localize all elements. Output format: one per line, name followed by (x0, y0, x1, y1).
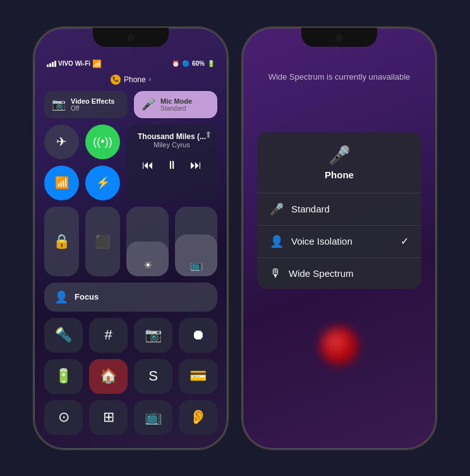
accessibility-button[interactable]: ⊙ (44, 400, 83, 435)
screen-lock-button[interactable]: 🔒 (44, 207, 79, 276)
mic-menu-mic-icon: 🎤 (328, 145, 351, 166)
camera-button[interactable]: 📷 (134, 318, 172, 353)
battery-area: ⏰ 🔵 60% 🔋 (172, 60, 215, 67)
phone-dot: 📞 (111, 75, 121, 85)
flashlight-button[interactable]: 🔦 (44, 318, 83, 353)
qr-code-button[interactable]: ⊞ (89, 400, 128, 435)
unavailable-text: Wide Spectrum is currently unavailable (268, 72, 411, 82)
status-bar-1: VIVO Wi-Fi 📶 ⏰ 🔵 60% 🔋 (44, 59, 217, 68)
video-effects-label: Video Effects (71, 97, 115, 105)
camera-icon: 📷 (145, 327, 162, 343)
media-title: Thousand Miles (... (134, 132, 210, 141)
wallet-icon: 💳 (190, 368, 207, 384)
flashlight-icon: 🔦 (55, 327, 72, 343)
qr-icon: ⊞ (103, 409, 114, 425)
voice-isolation-label: Voice Isolation (291, 236, 393, 247)
cellular-icon: ((•)) (93, 135, 112, 149)
bluetooth-icon: ⚡ (96, 176, 110, 190)
focus-label: Focus (75, 292, 99, 302)
standard-label: Standard (291, 204, 409, 214)
wide-spectrum-label: Wide Spectrum (289, 268, 409, 279)
phone-label: Phone (124, 75, 146, 84)
recording-indicator (320, 327, 358, 365)
battery-label: 60% (192, 60, 205, 67)
carrier-label: VIVO Wi-Fi (58, 60, 90, 67)
accessibility-icon: ⊙ (58, 409, 69, 425)
media-info: Thousand Miles (... Miley Cyrus (134, 132, 210, 149)
carrier-signal: VIVO Wi-Fi 📶 (47, 59, 102, 68)
location-icon: 🔵 (182, 60, 190, 67)
sliders-area: 🔒 ⬛ ☀ 📺 (44, 207, 217, 276)
mic-mode-label: Mic Mode (160, 97, 192, 105)
video-effects-sublabel: Off (71, 105, 115, 112)
shazam-button[interactable]: S (134, 359, 172, 394)
remote-icon: 📺 (145, 409, 162, 425)
next-track-button[interactable]: ⏭ (190, 159, 202, 172)
mic-mode-menu: 🎤 Phone 🎤 Standard 👤 Voice Isolation ✓ 🎙… (257, 132, 421, 289)
wifi-button[interactable]: 📶 (44, 166, 79, 200)
screen-record-button[interactable]: ⏺ (179, 318, 217, 353)
volume-slider[interactable]: 📺 (175, 207, 217, 276)
wifi-btn-icon: 📶 (55, 176, 69, 190)
media-controls: ⏮ ⏸ ⏭ (142, 159, 202, 172)
wide-spectrum-icon: 🎙 (270, 267, 281, 280)
airplane-mode-button[interactable]: ✈ (44, 125, 79, 159)
home-button[interactable]: 🏠 (89, 359, 128, 394)
low-battery-icon: 🔋 (55, 368, 72, 384)
prev-track-button[interactable]: ⏮ (142, 159, 154, 172)
effects-row: 📷 Video Effects Off 🎤 Mic Mode Standard (44, 91, 217, 118)
remote-button[interactable]: 📺 (134, 400, 172, 435)
focus-button[interactable]: 👤 Focus (44, 283, 217, 312)
checkmark-icon: ✓ (401, 235, 409, 247)
mic-option-standard[interactable]: 🎤 Standard (257, 193, 421, 226)
mic-option-voice-isolation[interactable]: 👤 Voice Isolation ✓ (257, 226, 421, 258)
bluetooth-button[interactable]: ⚡ (85, 166, 120, 200)
media-player: ⬆ Thousand Miles (... Miley Cyrus ⏮ ⏸ ⏭ (126, 125, 217, 200)
mic-menu-header: 🎤 Phone (257, 132, 421, 193)
voice-isolation-icon: 👤 (270, 235, 284, 248)
phone-chevron: › (149, 76, 151, 83)
apple-tv-icon: 📺 (190, 259, 203, 271)
hearing-button[interactable]: 👂 (179, 400, 217, 435)
airplane-icon: ✈ (56, 134, 67, 149)
bottom-grid: 🔦 # 📷 ⏺ 🔋 🏠 S 💳 ⊙ (44, 318, 217, 435)
lock-icon: 🔒 (53, 233, 70, 250)
calculator-icon: # (104, 327, 112, 343)
airplay-icon[interactable]: ⬆ (205, 130, 212, 140)
mic-mode-button[interactable]: 🎤 Mic Mode Standard (134, 91, 217, 118)
phone-indicator[interactable]: 📞 Phone › (44, 75, 217, 85)
brightness-icon: ☀ (143, 259, 152, 271)
video-effects-button[interactable]: 📷 Video Effects Off (44, 91, 128, 118)
mic-mode-icon: 🎤 (142, 97, 155, 111)
wifi-icon: 📶 (92, 59, 102, 68)
phone-2: Wide Spectrum is currently unavailable 🎤… (241, 27, 437, 450)
mic-menu-phone-label: Phone (325, 169, 354, 180)
phone2-screen: Wide Spectrum is currently unavailable 🎤… (243, 28, 436, 449)
mic-mode-sublabel: Standard (160, 105, 192, 112)
signal-bars (47, 61, 56, 67)
home-icon: 🏠 (100, 368, 117, 384)
screen-mirror-button[interactable]: ⬛ (85, 207, 120, 276)
brightness-slider[interactable]: ☀ (126, 207, 169, 276)
phone-1: VIVO Wi-Fi 📶 ⏰ 🔵 60% 🔋 📞 Phone › 📷 Video… (33, 27, 229, 450)
battery-icon: 🔋 (207, 60, 215, 67)
video-effects-icon: 📷 (52, 97, 66, 111)
cellular-button[interactable]: ((•)) (85, 125, 120, 159)
calculator-button[interactable]: # (89, 318, 128, 353)
focus-icon: 👤 (54, 290, 68, 304)
play-pause-button[interactable]: ⏸ (166, 159, 178, 172)
screen-mirror-icon: ⬛ (95, 234, 111, 249)
mic-option-wide-spectrum[interactable]: 🎙 Wide Spectrum (257, 258, 421, 289)
wallet-button[interactable]: 💳 (179, 359, 217, 394)
record-icon: ⏺ (191, 327, 205, 343)
shazam-icon: S (148, 368, 158, 384)
media-artist: Miley Cyrus (134, 141, 210, 149)
standard-mic-icon: 🎤 (270, 202, 284, 216)
battery-indicator-button[interactable]: 🔋 (44, 359, 83, 394)
alarm-icon: ⏰ (172, 60, 179, 67)
wide-spectrum-message: Wide Spectrum is currently unavailable (243, 59, 436, 94)
hearing-icon: 👂 (190, 409, 207, 425)
